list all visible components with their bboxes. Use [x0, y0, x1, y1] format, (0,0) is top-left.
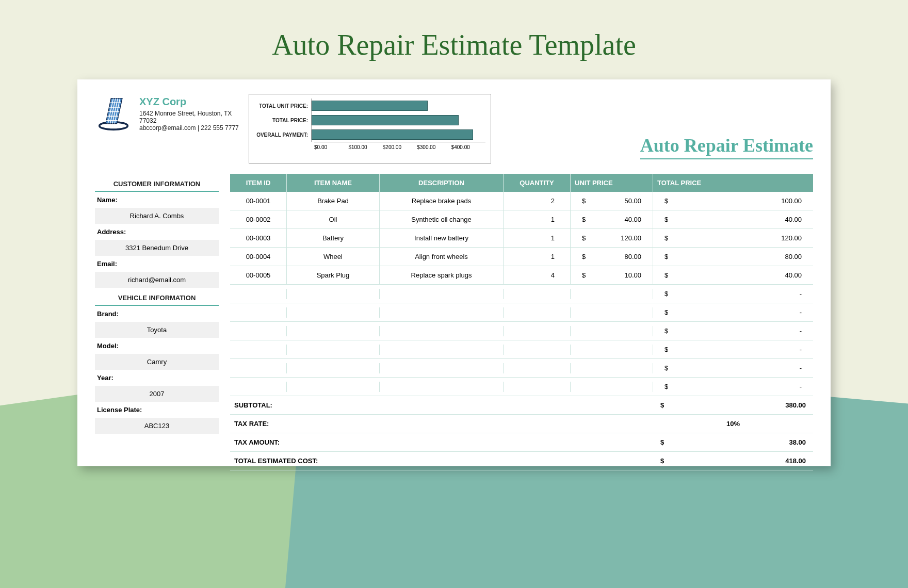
items-table: ITEM ID ITEM NAME DESCRIPTION QUANTITY U…: [230, 174, 813, 470]
col-unit-price: UNIT PRICE: [571, 174, 653, 192]
table-row-empty: $-: [230, 378, 813, 396]
chart-axis-tick: $100.00: [348, 144, 382, 150]
table-row-empty: $-: [230, 303, 813, 322]
summary-bar-chart: TOTAL UNIT PRICE:TOTAL PRICE:OVERALL PAY…: [249, 94, 491, 164]
table-row: 00-0003BatteryInstall new battery1$120.0…: [230, 229, 813, 248]
email-value: richard@email.com: [95, 272, 219, 288]
col-description: DESCRIPTION: [380, 174, 504, 192]
name-value: Richard A. Combs: [95, 208, 219, 224]
table-row-empty: $-: [230, 285, 813, 303]
chart-category-label: OVERALL PAYMENT:: [254, 132, 311, 138]
total-row: TOTAL ESTIMATED COST: $418.00: [230, 452, 813, 470]
vehicle-info-heading: VEHICLE INFORMATION: [95, 291, 219, 306]
taxrate-value: 10%: [653, 420, 813, 428]
model-value: Camry: [95, 354, 219, 370]
year-value: 2007: [95, 386, 219, 402]
page-title: Auto Repair Estimate Template: [0, 0, 908, 79]
company-name: XYZ Corp: [139, 96, 239, 108]
address-label: Address:: [95, 224, 219, 240]
table-row: 00-0001Brake PadReplace brake pads2$50.0…: [230, 192, 813, 210]
chart-bar: [312, 101, 428, 111]
plate-value: ABC123: [95, 418, 219, 434]
year-label: Year:: [95, 370, 219, 386]
document-card: XYZ Corp 1642 Monroe Street, Houston, TX…: [77, 79, 831, 466]
table-row: 00-0002OilSynthetic oil change1$40.00$40…: [230, 210, 813, 229]
table-row-empty: $-: [230, 322, 813, 340]
company-contact: abccorp@email.com | 222 555 7777: [139, 124, 239, 132]
taxrate-label: TAX RATE:: [230, 420, 571, 428]
chart-axis-tick: $0.00: [314, 144, 348, 150]
company-address: 1642 Monroe Street, Houston, TX 77032: [139, 110, 239, 124]
chart-bar: [312, 129, 473, 140]
table-header-row: ITEM ID ITEM NAME DESCRIPTION QUANTITY U…: [230, 174, 813, 192]
table-row-empty: $-: [230, 340, 813, 359]
model-label: Model:: [95, 338, 219, 354]
brand-value: Toyota: [95, 322, 219, 338]
document-title: Auto Repair Estimate: [640, 135, 813, 159]
taxamt-label: TAX AMOUNT:: [230, 438, 571, 446]
total-value: 418.00: [785, 457, 806, 465]
email-label: Email:: [95, 256, 219, 272]
col-item-name: ITEM NAME: [287, 174, 380, 192]
table-row-empty: $-: [230, 359, 813, 378]
total-label: TOTAL ESTIMATED COST:: [230, 457, 571, 465]
chart-bar: [312, 115, 459, 125]
chart-category-label: TOTAL PRICE:: [254, 118, 311, 123]
taxamt-value: 38.00: [789, 438, 806, 446]
brand-label: Brand:: [95, 306, 219, 322]
customer-info-heading: CUSTOMER INFORMATION: [95, 177, 219, 192]
chart-axis-tick: $200.00: [383, 144, 417, 150]
info-sidebar: CUSTOMER INFORMATION Name: Richard A. Co…: [95, 174, 219, 470]
chart-axis-tick: $400.00: [451, 144, 485, 150]
name-label: Name:: [95, 192, 219, 208]
taxrate-row: TAX RATE: 10%: [230, 415, 813, 433]
table-row: 00-0004WheelAlign front wheels1$80.00$80…: [230, 248, 813, 266]
table-row: 00-0005Spark PlugReplace spark plugs4$10…: [230, 266, 813, 285]
svg-rect-1: [106, 99, 122, 124]
chart-category-label: TOTAL UNIT PRICE:: [254, 103, 311, 109]
subtotal-label: SUBTOTAL:: [230, 401, 571, 409]
address-value: 3321 Benedum Drive: [95, 240, 219, 256]
company-header: XYZ Corp 1642 Monroe Street, Houston, TX…: [95, 94, 239, 133]
subtotal-row: SUBTOTAL: $380.00: [230, 396, 813, 415]
plate-label: License Plate:: [95, 402, 219, 418]
chart-axis-tick: $300.00: [417, 144, 451, 150]
taxamt-row: TAX AMOUNT: $38.00: [230, 433, 813, 452]
building-logo-icon: [95, 94, 132, 133]
col-item-id: ITEM ID: [230, 174, 287, 192]
document-title-block: Auto Repair Estimate: [500, 135, 813, 164]
col-quantity: QUANTITY: [504, 174, 571, 192]
subtotal-value: 380.00: [785, 401, 806, 409]
col-total-price: TOTAL PRICE: [653, 174, 813, 192]
